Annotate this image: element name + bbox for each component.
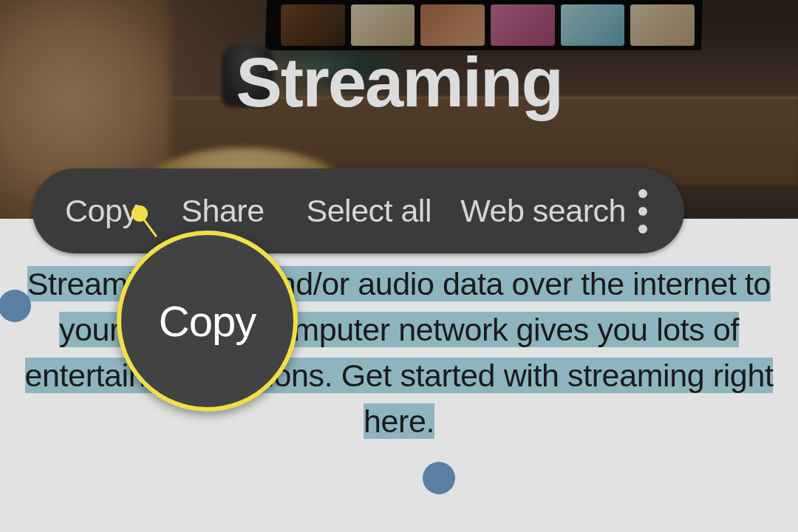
callout-zoom: Copy: [117, 231, 298, 412]
selection-handle-end[interactable]: [423, 462, 455, 494]
page-title: Streaming: [0, 43, 798, 123]
more-vertical-icon: [638, 189, 647, 198]
callout-anchor-dot: [132, 205, 148, 222]
selection-handle-start[interactable]: [0, 290, 31, 322]
callout-label: Copy: [159, 296, 256, 346]
